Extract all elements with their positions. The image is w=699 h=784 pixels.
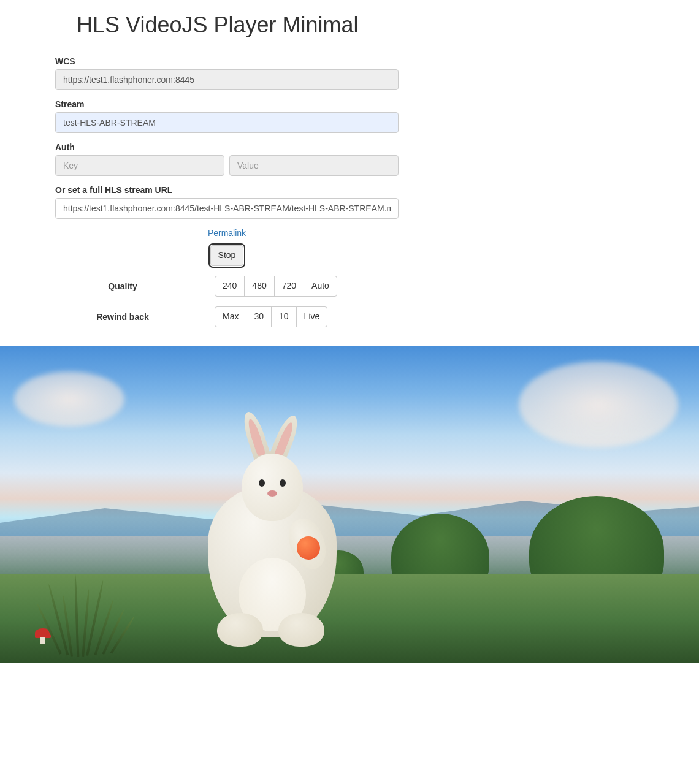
cloud-decoration	[14, 371, 124, 427]
full-url-input[interactable]	[55, 198, 399, 219]
full-url-label: Or set a full HLS stream URL	[55, 185, 399, 195]
rewind-button-group: Max 30 10 Live	[215, 306, 327, 327]
permalink-link[interactable]: Permalink	[208, 228, 246, 238]
stream-input[interactable]	[55, 112, 399, 133]
quality-480-button[interactable]: 480	[244, 276, 274, 297]
video-player[interactable]	[0, 346, 699, 663]
page-title: HLS VideoJS Player Minimal	[77, 12, 690, 38]
quality-row: Quality 240 480 720 Auto	[55, 276, 399, 297]
cloud-decoration	[519, 362, 678, 447]
stream-label: Stream	[55, 99, 399, 109]
quality-button-group: 240 480 720 Auto	[215, 276, 337, 297]
rewind-row: Rewind back Max 30 10 Live	[55, 306, 399, 327]
wcs-label: WCS	[55, 56, 399, 66]
stop-button[interactable]: Stop	[210, 245, 244, 266]
mushroom-decoration	[35, 628, 51, 644]
rewind-max-button[interactable]: Max	[215, 306, 246, 327]
quality-label: Quality	[55, 281, 215, 291]
auth-label: Auth	[55, 142, 399, 152]
rewind-30-button[interactable]: 30	[246, 306, 272, 327]
auth-value-input[interactable]	[229, 155, 399, 176]
video-content-illustration	[196, 417, 349, 637]
wcs-group: WCS	[55, 56, 399, 90]
quality-720-button[interactable]: 720	[274, 276, 304, 297]
stop-row: Stop	[55, 245, 399, 266]
rewind-label: Rewind back	[55, 312, 215, 322]
quality-240-button[interactable]: 240	[215, 276, 245, 297]
quality-auto-button[interactable]: Auto	[304, 276, 337, 297]
stream-group: Stream	[55, 99, 399, 133]
auth-key-input[interactable]	[55, 155, 224, 176]
form-area: WCS Stream Auth Or set a full HLS stream…	[55, 56, 399, 327]
grass-decoration	[0, 574, 699, 663]
wcs-input[interactable]	[55, 69, 399, 90]
auth-group: Auth	[55, 142, 399, 176]
rewind-live-button[interactable]: Live	[296, 306, 328, 327]
full-url-group: Or set a full HLS stream URL	[55, 185, 399, 219]
permalink-row: Permalink	[55, 228, 399, 238]
rewind-10-button[interactable]: 10	[271, 306, 297, 327]
